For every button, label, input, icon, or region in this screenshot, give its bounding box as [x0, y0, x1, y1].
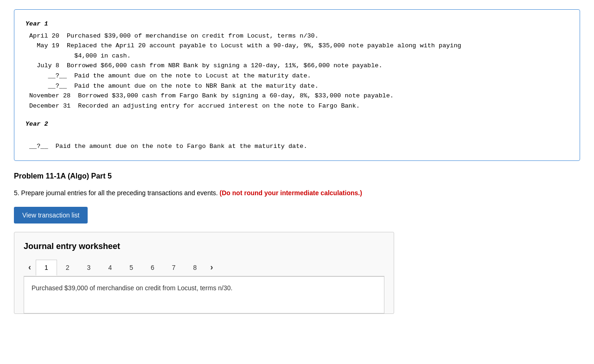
tab-4[interactable]: 4 — [99, 260, 121, 275]
tab-8[interactable]: 8 — [185, 260, 206, 275]
problem-title: Problem 11-1A (Algo) Part 5 — [14, 172, 580, 180]
tab-5[interactable]: 5 — [121, 260, 142, 275]
tab-7[interactable]: 7 — [163, 260, 185, 275]
tab-1[interactable]: 1 — [36, 260, 57, 276]
tab-navigation: ‹ 1 2 3 4 5 6 7 8 › — [24, 259, 384, 276]
instruction-text: 5. Prepare journal entries for all the p… — [14, 188, 580, 198]
worksheet-title: Journal entry worksheet — [24, 242, 384, 251]
tab-6[interactable]: 6 — [142, 260, 163, 275]
line-may19: May 19 Replaced the April 20 account pay… — [29, 41, 568, 51]
instruction-highlight: (Do not round your intermediate calculat… — [220, 189, 362, 197]
year1-lines: April 20 Purchased $39,000 of merchandis… — [26, 31, 568, 111]
line-q2: __?__ Paid the amount due on the note to… — [29, 81, 568, 91]
journal-entry-worksheet: Journal entry worksheet ‹ 1 2 3 4 5 6 7 … — [14, 232, 394, 314]
line-april20: April 20 Purchased $39,000 of merchandis… — [29, 31, 568, 41]
year1-label: Year 1 — [26, 19, 568, 29]
tab-next-arrow[interactable]: › — [205, 259, 217, 276]
line-nov28: November 28 Borrowed $33,000 cash from F… — [29, 91, 568, 101]
problem-scenario-box: Year 1 April 20 Purchased $39,000 of mer… — [14, 9, 580, 161]
year2-section: Year 2 __?__ Paid the amount due on the … — [26, 119, 568, 151]
instruction-before: 5. Prepare journal entries for all the p… — [14, 189, 218, 197]
tab-2[interactable]: 2 — [57, 260, 78, 275]
line-may19-cont: $4,000 in cash. — [29, 51, 568, 61]
line-year2-q: __?__ Paid the amount due on the note to… — [29, 131, 568, 151]
line-july8: July 8 Borrowed $66,000 cash from NBR Ba… — [29, 61, 568, 71]
year2-label: Year 2 — [26, 119, 568, 129]
transaction-text: Purchased $39,000 of merchandise on cred… — [32, 284, 232, 292]
line-q1: __?__ Paid the amount due on the note to… — [29, 71, 568, 81]
tab-3[interactable]: 3 — [78, 260, 100, 275]
tab-prev-arrow[interactable]: ‹ — [24, 259, 36, 276]
transaction-description: Purchased $39,000 of merchandise on cred… — [24, 276, 384, 313]
line-dec31: December 31 Recorded an adjusting entry … — [29, 101, 568, 111]
view-transaction-list-button[interactable]: View transaction list — [14, 207, 88, 224]
